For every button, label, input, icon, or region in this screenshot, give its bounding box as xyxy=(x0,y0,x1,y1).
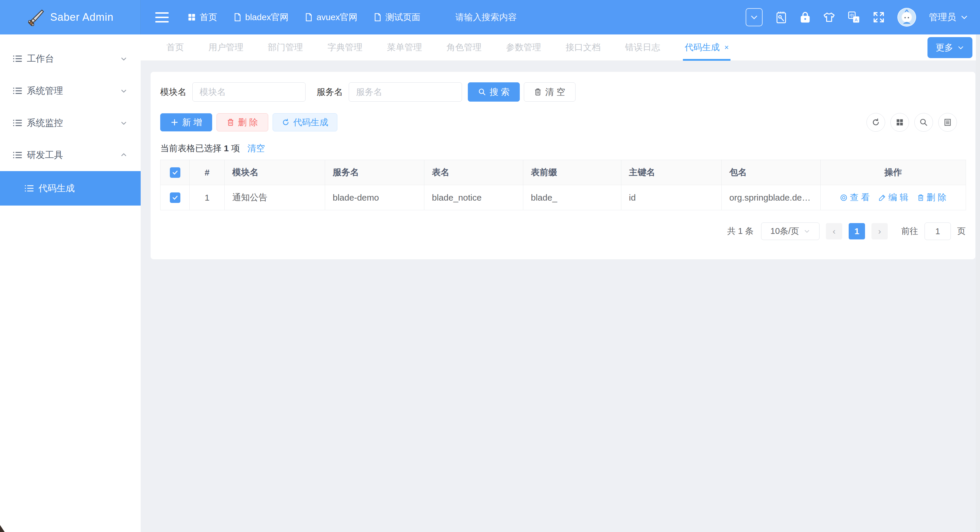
edit-link[interactable]: 编 辑 xyxy=(878,191,908,204)
sidebar-item-system-monitor[interactable]: 系统监控 xyxy=(0,107,141,139)
top-dropdown-button[interactable] xyxy=(746,8,762,26)
next-page-button[interactable]: › xyxy=(872,223,888,239)
list-icon xyxy=(13,119,22,127)
tab-label: 参数管理 xyxy=(506,41,541,53)
lock-icon[interactable] xyxy=(800,11,810,23)
column-header-module: 模块名 xyxy=(225,160,325,185)
user-name: 管理员 xyxy=(929,11,956,23)
view-link-label: 查 看 xyxy=(850,191,870,204)
refresh-icon xyxy=(282,118,290,126)
service-name-input[interactable] xyxy=(349,82,462,102)
cell-primary-key: id xyxy=(621,185,722,210)
tab-label: 代码生成 xyxy=(685,41,720,53)
sidebar-item-workbench[interactable]: 工作台 xyxy=(0,43,141,75)
tab-dictionary-management[interactable]: 字典管理 xyxy=(315,35,375,61)
table-view-button[interactable] xyxy=(938,113,957,132)
sidebar-item-label: 系统管理 xyxy=(27,85,63,97)
tab-api-docs[interactable]: 接口文档 xyxy=(553,35,613,61)
select-all-checkbox[interactable] xyxy=(170,167,180,178)
search-button[interactable]: 搜 索 xyxy=(468,82,520,102)
toolbar-row: 新 增 删 除 代码生成 xyxy=(160,113,966,131)
column-header-primary-key: 主键名 xyxy=(621,160,722,185)
collapse-menu-icon[interactable] xyxy=(155,12,169,22)
clear-selection-link[interactable]: 清空 xyxy=(248,142,265,155)
column-header-table: 表名 xyxy=(424,160,523,185)
search-icon xyxy=(478,88,486,96)
goto-page-input[interactable] xyxy=(924,223,951,240)
page-size-select[interactable]: 10条/页 xyxy=(761,223,819,240)
row-actions: 查 看 编 辑 xyxy=(821,191,966,204)
tab-code-generation[interactable]: 代码生成 × xyxy=(672,35,741,61)
chevron-down-icon xyxy=(120,87,128,95)
sidebar-item-code-generation-active[interactable]: 代码生成 xyxy=(0,171,141,205)
column-header-service: 服务名 xyxy=(325,160,424,185)
refresh-table-button[interactable] xyxy=(867,113,885,132)
column-header-prefix: 表前缀 xyxy=(523,160,621,185)
delete-button-label: 删 除 xyxy=(238,116,258,129)
column-header-actions: 操作 xyxy=(821,160,966,185)
trash-icon xyxy=(227,118,234,126)
add-button[interactable]: 新 增 xyxy=(160,113,212,131)
top-nav-home[interactable]: 首页 xyxy=(187,11,217,23)
sidebar: 工作台 系统管理 xyxy=(0,35,141,532)
tab-department-management[interactable]: 部门管理 xyxy=(256,35,315,61)
top-nav-label: 首页 xyxy=(200,11,217,23)
page-number-1[interactable]: 1 xyxy=(849,223,865,239)
top-nav-avuex[interactable]: avuex官网 xyxy=(305,11,357,23)
debug-tool-icon[interactable] xyxy=(775,11,787,24)
row-checkbox[interactable] xyxy=(170,193,180,203)
sidebar-item-label: 研发工具 xyxy=(27,149,63,161)
tab-menu-management[interactable]: 菜单管理 xyxy=(375,35,434,61)
user-menu[interactable]: 管理员 xyxy=(929,11,968,23)
module-name-input[interactable] xyxy=(192,82,305,102)
sidebar-item-label: 代码生成 xyxy=(38,182,75,194)
clear-button[interactable]: 清 空 xyxy=(524,82,575,102)
user-avatar[interactable] xyxy=(897,8,916,27)
content-card: 模块名 服务名 搜 索 清 空 xyxy=(151,72,975,259)
vertical-scrollbar[interactable] xyxy=(976,35,980,532)
table-header-row: # 模块名 服务名 表名 表前缀 主键名 包名 操作 xyxy=(161,160,966,185)
selection-info-row: 当前表格已选择1项 清空 xyxy=(160,142,966,155)
tab-user-management[interactable]: 用户管理 xyxy=(196,35,256,61)
sword-logo-icon xyxy=(27,8,45,26)
global-search-input[interactable] xyxy=(455,12,607,22)
goto-page-suffix: 页 xyxy=(957,225,966,237)
topbar-main: 首页 bladex官网 avuex官 xyxy=(141,0,980,35)
more-tabs-button[interactable]: 更多 xyxy=(928,37,972,58)
prev-page-button[interactable]: ‹ xyxy=(826,223,842,239)
view-link[interactable]: 查 看 xyxy=(840,191,870,204)
toggle-search-button[interactable] xyxy=(914,113,933,132)
list-icon xyxy=(24,184,34,193)
sidebar-item-dev-tools[interactable]: 研发工具 xyxy=(0,139,141,171)
tab-close-icon[interactable]: × xyxy=(724,43,729,52)
list-icon xyxy=(13,54,22,63)
top-nav-test-page[interactable]: 测试页面 xyxy=(374,11,420,23)
tab-parameter-management[interactable]: 参数管理 xyxy=(494,35,553,61)
grid-icon xyxy=(187,13,196,22)
table-row[interactable]: 1 通知公告 blade-demo blade_notice blade_ id… xyxy=(161,185,966,210)
translate-icon[interactable]: 中 A xyxy=(848,11,860,23)
sidebar-item-system-management[interactable]: 系统管理 xyxy=(0,75,141,107)
tab-error-log[interactable]: 错误日志 xyxy=(613,35,672,61)
chevron-down-icon xyxy=(960,13,968,21)
fullscreen-icon[interactable] xyxy=(873,11,885,23)
app-title: Saber Admin xyxy=(50,11,113,23)
theme-shirt-icon[interactable] xyxy=(823,12,835,23)
top-nav-bladex[interactable]: bladex官网 xyxy=(234,11,288,23)
filter-row: 模块名 服务名 搜 索 清 空 xyxy=(160,82,966,102)
column-settings-button[interactable] xyxy=(890,113,909,132)
delete-link-label: 删 除 xyxy=(927,191,947,204)
chevron-down-icon xyxy=(120,54,128,63)
code-generation-button[interactable]: 代码生成 xyxy=(272,113,337,131)
selection-text: 当前表格已选择1项 xyxy=(160,142,240,155)
eye-icon xyxy=(840,194,848,201)
trash-icon xyxy=(917,194,924,201)
cell-module: 通知公告 xyxy=(225,185,325,210)
cell-table-name: blade_notice xyxy=(424,185,523,210)
tab-home[interactable]: 首页 xyxy=(154,35,196,61)
delete-button[interactable]: 删 除 xyxy=(216,113,268,131)
list-view-icon xyxy=(943,118,952,126)
delete-link[interactable]: 删 除 xyxy=(917,191,947,204)
code-generation-button-label: 代码生成 xyxy=(293,116,328,129)
tab-role-management[interactable]: 角色管理 xyxy=(434,35,494,61)
